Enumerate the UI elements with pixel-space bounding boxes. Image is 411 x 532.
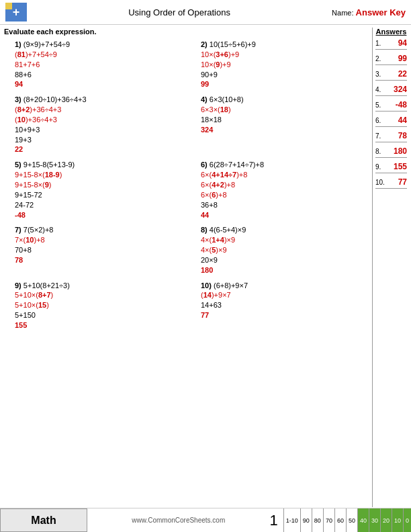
final-answer: 94 [15,79,183,89]
problem-5: 5) 9+15-8(5+13-9)9+15-8×(18-9)9+15-8×(9)… [4,160,183,220]
footer-score-area: 1-109080706050403020100 [283,508,411,532]
step: 18×18 [201,115,369,125]
step: (14)+9×7 [201,290,369,300]
problems-area: Evaluate each expression. 1) (9×9)+7+54÷… [4,28,372,507]
step: 70+8 [15,245,183,255]
footer-page-num: 1 [270,512,278,529]
step: 81+7+6 [15,60,183,70]
step: (81)+7+54÷9 [15,50,183,60]
page: Using Order of Operations Name: Answer K… [0,0,411,532]
step: 7×(10)+8 [15,235,183,245]
score-box-10: 10 [392,508,403,532]
problem-num: 3) (8+20÷10)+36÷4+3 [15,95,183,105]
answer-item-7: 7.78 [375,131,407,142]
step: 90+9 [201,70,369,80]
answer-num: 4. [375,86,386,93]
answer-val: 78 [386,131,407,140]
answer-item-3: 3.22 [375,69,407,81]
problem-num: 4) 6×3(10+8) [201,95,369,105]
answer-num: 3. [375,71,386,78]
answer-item-2: 2.99 [375,54,407,65]
logo-corner [5,3,12,9]
problem-7: 7) 7(5×2)+87×(10)+870+878 [4,225,183,275]
score-box-80: 80 [312,508,323,532]
answer-item-1: 1.94 [375,38,407,50]
answer-val: 44 [386,116,407,125]
step: 20×9 [201,255,369,265]
problem-1: 1) (9×9)+7+54÷9(81)+7+54÷981+7+688+694 [4,40,183,89]
answer-num: 6. [375,117,386,124]
answer-val: 324 [386,85,407,94]
step: 4×(1+4)×9 [201,235,369,245]
step: (10)+36÷4+3 [15,115,183,125]
answer-val: 180 [386,146,407,156]
score-box-60: 60 [334,508,346,532]
header-name-area: Name: Answer Key [332,7,406,17]
score-box-0: 0 [403,508,411,532]
score-range-label: 1-10 [283,508,300,532]
problem-num: 1) (9×9)+7+54÷9 [15,40,183,50]
problem-10: 10) (6+8)+9×7(14)+9×714+6377 [190,281,369,330]
score-box-50: 50 [346,508,357,532]
step: 6×3×(18) [201,105,369,115]
problem-9: 9) 5+10(8+21÷3)5+10×(8+7)5+10×(15)5+1501… [4,281,183,330]
footer-math-box: Math [0,508,87,532]
final-answer: 324 [201,125,369,135]
header: Using Order of Operations Name: Answer K… [0,0,411,25]
step: 14+63 [201,300,369,310]
main-content: Evaluate each expression. 1) (9×9)+7+54÷… [0,25,411,507]
answers-header: Answers [375,28,407,36]
header-title: Using Order of Operations [27,7,332,17]
final-answer: 22 [15,144,183,154]
problem-num: 2) 10(15÷5+6)+9 [201,40,369,50]
problem-3: 3) (8+20÷10)+36÷4+3(8+2)+36÷4+3(10)+36÷4… [4,95,183,154]
answer-sidebar: Answers 1.942.993.224.3245.-486.447.788.… [372,28,407,507]
final-answer: 78 [15,255,183,265]
answer-num: 1. [375,40,386,47]
answer-val: 155 [386,162,407,171]
problem-num: 10) (6+8)+9×7 [201,281,369,291]
answer-item-9: 9.155 [375,162,407,173]
final-answer: 77 [201,310,369,320]
footer-website: www.CommonCoreSheets.com [87,517,270,524]
step: 9+15-72 [15,190,183,200]
step: 5+10×(15) [15,300,183,310]
logo [5,3,27,21]
step: 10+9+3 [15,125,183,135]
answer-val: 99 [386,54,407,63]
footer-math-label: Math [31,515,56,527]
final-answer: 99 [201,79,369,89]
step: 5+150 [15,310,183,320]
step: 19+3 [15,135,183,145]
footer-center: www.CommonCoreSheets.com [87,517,270,524]
problem-num: 6) 6(28÷7+14÷7)+8 [201,160,369,170]
answer-num: 5. [375,101,386,109]
answer-item-8: 8.180 [375,146,407,158]
footer: Math www.CommonCoreSheets.com 1 1-109080… [0,508,411,532]
answer-num: 7. [375,132,386,140]
answer-val: 22 [386,69,407,79]
instruction: Evaluate each expression. [4,28,369,36]
problem-num: 5) 9+15-8(5+13-9) [15,160,183,170]
problem-8: 8) 4(6-5+4)×94×(1+4)×94×(5)×920×9180 [190,225,369,275]
step: 9+15-8×(9) [15,180,183,190]
step: 24-72 [15,200,183,210]
step: 10×(3+6)+9 [201,50,369,60]
answer-val: 94 [386,38,407,48]
answer-item-5: 5.-48 [375,100,407,112]
final-answer: -48 [15,210,183,220]
problem-2: 2) 10(15÷5+6)+910×(3+6)+910×(9)+990+999 [190,40,369,89]
problem-6: 6) 6(28÷7+14÷7)+86×(4+14÷7)+86×(4+2)+86×… [190,160,369,220]
score-box-40: 40 [357,508,369,532]
answer-val: 77 [386,177,407,187]
score-box-90: 90 [300,508,312,532]
name-label: Name: [332,9,353,17]
step: 9+15-8×(18-9) [15,170,183,180]
step: 6×(4+14÷7)+8 [201,170,369,180]
step: (8+2)+36÷4+3 [15,105,183,115]
answer-num: 2. [375,55,386,62]
score-box-20: 20 [380,508,392,532]
step: 5+10×(8+7) [15,290,183,300]
answer-item-6: 6.44 [375,116,407,127]
answer-num: 9. [375,163,386,171]
